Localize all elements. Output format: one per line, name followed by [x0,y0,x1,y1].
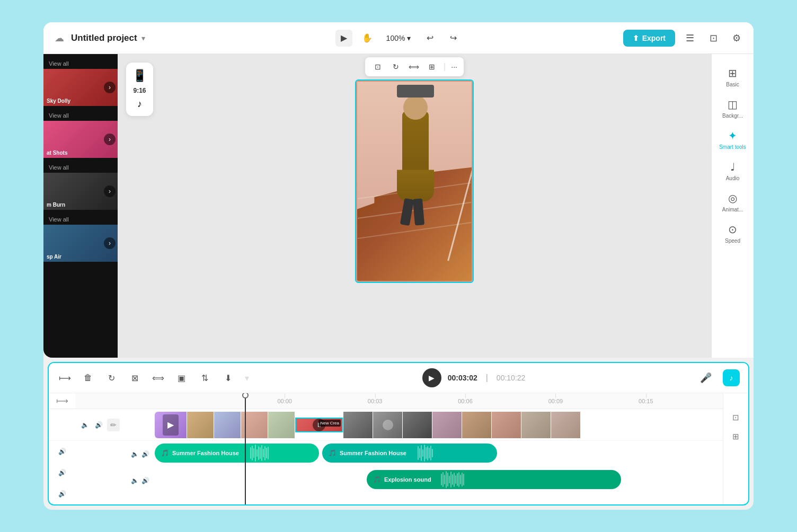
video-vol-btn-2[interactable]: 🔊 [93,420,104,430]
sidebar-next-btn-1[interactable]: › [104,82,116,93]
video-clip-main[interactable]: ▶ New Crea ⏸ [155,412,632,438]
sidebar-view-all-3[interactable]: View all [43,162,118,173]
current-time: 00:03:02 [448,374,477,382]
ruler-mark-0: 00:00 [240,398,330,404]
basic-icon: ⊞ [728,67,737,79]
settings-icon-button[interactable]: ⚙ [728,30,745,47]
hand-tool-button[interactable]: ✋ [359,30,376,47]
mirror-tool-button[interactable]: ⟺ [150,370,165,385]
video-preview-container: ⊡ ↻ ⟺ ⊞ | ··· [356,81,473,282]
sidebar-thumbnail-2[interactable]: at Shots › [43,121,118,158]
sidebar-section-4: View all sp Air › [43,210,118,262]
download-tool-button[interactable]: ⬇ [220,370,235,385]
sidebar-next-btn-2[interactable]: › [104,134,116,145]
sidebar-item-speed[interactable]: ⊙ Speed [714,219,751,248]
format-portrait-icon: 📱 [132,69,147,83]
speed-icon: ⊙ [728,223,737,236]
sidebar-thumbnail-4[interactable]: sp Air › [43,225,118,262]
video-edit-btn[interactable]: ✏ [107,419,120,431]
main-area: View all Sky Dolly › View all at Shots ›… [43,54,754,358]
sidebar-section-1: View all Sky Dolly › [43,54,118,106]
more-tool-button[interactable]: ⊞ [426,60,438,73]
timeline-right-controls: ⊡ ⊞ [723,393,748,504]
crop-tool-button[interactable]: ⊡ [371,60,384,73]
layout-icon-button[interactable]: ☰ [681,30,698,47]
crop-tool-button-tl[interactable]: ⊠ [127,370,142,385]
split-handle[interactable]: ⟼ [49,393,75,409]
audio-clip-3-label: Explosion sound [384,476,431,483]
mic-button[interactable]: 🎤 [697,369,714,386]
sidebar-thumbnail-3[interactable]: m Burn › [43,173,118,210]
audio-track-row-2: 🔈 🔊 🎵 Explosion sound [75,467,723,494]
header-right: ⬆ Export ☰ ⊡ ⚙ [462,30,745,47]
rotate-tool-button[interactable]: ↻ [389,60,402,73]
sidebar-item-audio[interactable]: ♩ Audio [714,156,751,185]
track-vol-4: 🔊 [49,483,75,504]
video-preview[interactable] [356,81,473,282]
audio-clip-2[interactable]: 🎵 Summer Fashion House [322,444,497,463]
timeline-body: ⟼ 🔊 🔊 🔊 00:00 00: [49,393,748,504]
zoom-control[interactable]: 100% ▾ [382,32,415,45]
redo-button[interactable]: ↪ [445,30,462,47]
export-icon: ⬆ [633,34,639,42]
audio-clip-3[interactable]: 🎵 Explosion sound [367,470,621,489]
sidebar-view-all-4[interactable]: View all [43,214,118,225]
split-tool-button[interactable]: ⟼ [57,370,72,385]
cursor-tool-button[interactable]: ▶ [335,30,352,47]
header-left: ☁ Untitled project ▾ [52,31,335,46]
export-button[interactable]: ⬆ Export [623,30,675,47]
video-vol-btn-1[interactable]: 🔈 [79,420,90,430]
sidebar-thumbnail-1[interactable]: Sky Dolly › [43,69,118,106]
audio-vol-2a[interactable]: 🔈 [129,475,140,486]
panel-icon-button[interactable]: ⊡ [705,30,722,47]
export-label: Export [642,34,666,42]
audio-track-content-1: 🎵 Summer Fashion House [155,444,723,465]
timeline-expand-btn[interactable]: ⊡ [729,410,743,425]
sidebar-next-btn-4[interactable]: › [104,237,116,249]
animate-icon: ◎ [728,192,737,205]
sidebar-view-all-1[interactable]: View all [43,58,118,69]
sidebar-item-smart-tools[interactable]: ✦ Smart tools [714,125,751,154]
sidebar-item-animate[interactable]: ◎ Animat... [714,188,751,217]
project-dropdown-icon[interactable]: ▾ [141,34,145,42]
timeline-toolbar: ⟼ 🗑 ↻ ⊠ ⟺ ▣ ⇅ ⬇ ▾ ▶ 00:03:02 | 00:10:22 … [49,363,748,393]
delete-tool-button[interactable]: 🗑 [81,370,95,385]
flip-tool-button[interactable]: ⟺ [408,60,420,73]
sidebar-section-3: View all m Burn › [43,158,118,210]
sidebar-view-all-2[interactable]: View all [43,110,118,121]
audio-clip-1[interactable]: 🎵 Summer Fashion House [155,444,319,463]
project-name: Untitled project [71,33,137,43]
canvas-area: 📱 9:16 ♪ ⊡ ↻ ⟺ ⊞ | ··· [118,54,711,358]
sidebar-item-background[interactable]: ◫ Backgr... [714,94,751,123]
music-button[interactable]: ♪ [723,369,740,386]
play-button[interactable]: ▶ [422,368,441,387]
undo-button[interactable]: ↩ [421,30,438,47]
format-label: 9:16 [133,87,146,94]
timeline-playhead [245,393,246,504]
animate-tool-button[interactable]: ↻ [104,370,119,385]
format-selector[interactable]: 📱 9:16 ♪ [126,63,153,116]
timeline-section: ⟼ 🗑 ↻ ⊠ ⟺ ▣ ⇅ ⬇ ▾ ▶ 00:03:02 | 00:10:22 … [48,362,749,506]
video-track-row: 🔈 🔊 ✏ ▶ [75,409,723,441]
background-icon: ◫ [728,98,738,111]
smart-tools-icon: ✦ [728,129,737,142]
timeline-collapse-btn[interactable]: ⊞ [729,429,743,444]
video-track-controls: 🔈 🔊 ✏ [75,419,155,431]
ruler-mark-9: 00:09 [510,398,600,404]
total-time: 00:10:22 [497,374,526,382]
sidebar-item-basic[interactable]: ⊞ Basic [714,63,751,92]
audio-vol-2b[interactable]: 🔊 [140,475,150,486]
audio-vol-1a[interactable]: 🔈 [129,449,140,459]
header-center: ▶ ✋ 100% ▾ ↩ ↪ [335,30,462,47]
sidebar-next-btn-3[interactable]: › [104,185,116,197]
audio-track-controls-1: 🔈 🔊 [75,449,155,459]
track-left-controls: ⟼ 🔊 🔊 🔊 [49,393,75,504]
right-sidebar: ⊞ Basic ◫ Backgr... ✦ Smart tools ♩ Audi… [711,54,754,358]
compare-tool-button[interactable]: ▣ [174,370,189,385]
timeline-content: 00:00 00:03 00:06 00:09 00:15 🔈 🔊 ✏ [75,393,723,504]
animate-label: Animat... [722,207,743,212]
adjust-tool-button[interactable]: ⇅ [197,370,212,385]
tiktok-icon: ♪ [137,99,142,110]
overflow-menu-button[interactable]: ··· [451,63,457,71]
audio-vol-1b[interactable]: 🔊 [140,449,150,459]
